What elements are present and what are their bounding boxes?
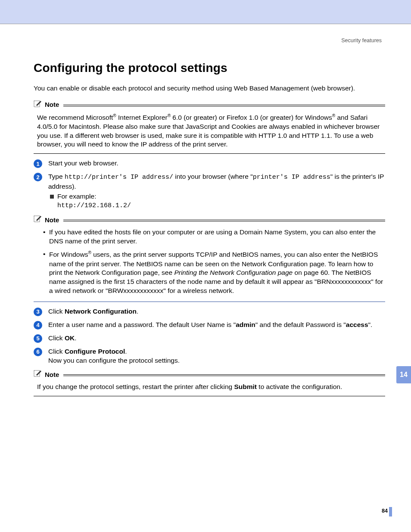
page-title: Configuring the protocol settings [34,60,385,76]
note-label: Note [45,370,59,379]
step-badge-6: 6 [34,348,42,356]
s2-text-a: Type [48,173,65,180]
note-rule [63,219,385,221]
page-number-bar [389,507,392,516]
intro-paragraph: You can enable or disable each protocol … [34,84,385,93]
note-header: Note [34,100,385,110]
s2-sub-text: For example: [57,192,385,201]
n2b2-c: Printing the Network Configuration page [174,269,293,276]
step-2-body: Type http://printer's IP address/ into y… [48,172,385,210]
s3-c: . [137,308,138,315]
step-badge-3: 3 [34,308,42,316]
note1-text-c: 6.0 (or greater) or Firefox 1.0 (or grea… [171,114,332,121]
page-content: Security features Configuring the protoc… [0,37,411,396]
s5-a: Click [48,334,65,342]
step-list-b: 3 Click Network Configuration. 4 Enter a… [34,307,385,365]
n3-c: to activate the configuration. [257,383,342,390]
note-label: Note [45,216,59,224]
step-6: 6 Click Configure Protocol. Now you can … [34,347,385,365]
note-rule [63,104,385,106]
note-end-rule [34,153,385,154]
step-badge-2: 2 [34,173,42,181]
note-header-3: Note [34,370,385,380]
note2-bullet-2: For Windows® users, as the print server … [43,250,385,296]
n3-a: If you change the protocol settings, res… [37,383,234,390]
s2-code-2: printer's IP address [253,174,330,181]
s2-example-code: http://192.168.1.2/ [57,202,385,210]
step-list-a: 1 Start your web browser. 2 Type http://… [34,159,385,210]
note2-list: If you have edited the hosts file on you… [43,228,385,296]
n2b2-a: For Windows [49,251,88,258]
section-header-label: Security features [34,37,382,44]
s4-e: ". [368,321,373,328]
s4-a: Enter a user name and a password. The de… [48,321,236,328]
step-3: 3 Click Network Configuration. [34,307,385,316]
step-4-body: Enter a user name and a password. The de… [48,320,385,330]
step-badge-5: 5 [34,334,42,343]
note-block-2: Note If you have edited the hosts file o… [34,215,385,302]
square-bullet-icon [50,195,54,199]
step-badge-4: 4 [34,321,42,330]
s2-code-1: http://printer's IP address/ [65,174,173,181]
note-end-rule [34,396,385,396]
note-pencil-icon [34,215,43,225]
step-6-body: Click Configure Protocol. Now you can co… [48,347,385,365]
step-5-body: Click OK. [48,334,385,343]
note-block-1: Note We recommend Microsoft® Internet Ex… [34,100,385,154]
step-4: 4 Enter a user name and a password. The … [34,320,385,330]
note-block-3: Note If you change the protocol settings… [34,370,385,396]
step-1-body: Start your web browser. [48,159,385,168]
note-rule [63,373,385,376]
top-blue-bar [0,0,411,24]
s4-b: admin [236,321,255,328]
s4-d: access [346,321,368,328]
step-2: 2 Type http://printer's IP address/ into… [34,172,385,210]
s6-c: . [125,348,127,355]
s3-a: Click [48,308,65,315]
note-pencil-icon [34,370,43,380]
note1-text-a: We recommend Microsoft [37,114,113,121]
s4-c: " and the default Password is " [255,321,346,328]
s6-a: Click [48,348,65,355]
note-divider [34,302,385,302]
step-badge-1: 1 [34,159,42,168]
step-5: 5 Click OK. [34,334,385,343]
note2-bullet-1: If you have edited the hosts file on you… [43,228,385,246]
page-number: 84 [382,507,388,515]
note-body-1: We recommend Microsoft® Internet Explore… [37,113,385,149]
step-3-body: Click Network Configuration. [48,307,385,316]
note-header-2: Note [34,215,385,225]
s5-c: . [75,334,76,342]
s5-b: OK [65,334,75,342]
note-body-3: If you change the protocol settings, res… [37,383,385,392]
s2-text-b: into your browser (where " [173,173,253,180]
s2-sub-bullet: For example: [50,192,385,201]
n3-b: Submit [234,383,257,390]
chapter-tab: 14 [396,366,411,383]
note-label: Note [45,100,59,109]
step-1: 1 Start your web browser. [34,159,385,168]
s3-b: Network Configuration [65,308,137,315]
s6-d: Now you can configure the protocol setti… [48,357,180,364]
s6-b: Configure Protocol [65,348,125,355]
note-pencil-icon [34,100,43,110]
note1-text-b: Internet Explorer [116,114,168,121]
